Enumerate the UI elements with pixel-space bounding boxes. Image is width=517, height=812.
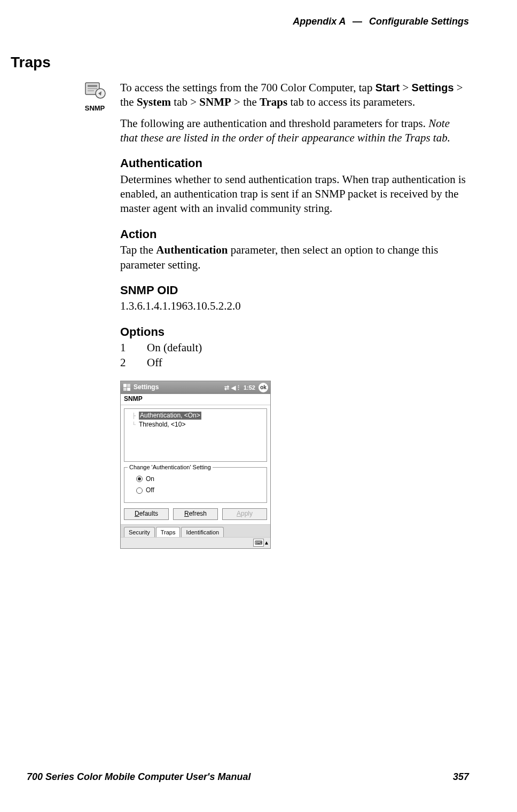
header-separator: — bbox=[348, 16, 366, 27]
authentication-body: Determines whether to send authenticatio… bbox=[120, 172, 469, 216]
tree-connector-icon: ├ bbox=[132, 412, 137, 419]
group-legend: Change 'Authentication' Setting bbox=[128, 463, 213, 471]
tab-traps[interactable]: Traps bbox=[156, 527, 181, 537]
svg-rect-5 bbox=[123, 384, 127, 387]
header-section: Configurable Settings bbox=[369, 16, 469, 27]
apply-button: Apply bbox=[222, 508, 267, 520]
radio-off-label: Off bbox=[146, 486, 154, 495]
tree-item-threshold[interactable]: └ Threshold, <10> bbox=[127, 420, 264, 430]
header-appendix: Appendix A bbox=[293, 16, 346, 27]
option-text: Off bbox=[147, 356, 162, 370]
intro-paragraph-2: The following are authentication and thr… bbox=[120, 116, 469, 146]
device-screenshot: Settings ⇄ ◀⋮ 1:52 ok SNMP ├ Authenticat… bbox=[120, 381, 271, 549]
svg-rect-8 bbox=[127, 388, 130, 391]
snmp-app-icon: SNMP bbox=[80, 81, 109, 112]
device-tabs: Security Traps Identification bbox=[121, 524, 270, 537]
change-setting-group: Change 'Authentication' Setting On Off bbox=[124, 467, 267, 503]
page-footer: 700 Series Color Mobile Computer User's … bbox=[27, 771, 469, 783]
snmp-icon-label: SNMP bbox=[80, 104, 109, 112]
action-body: Tap the Authentication parameter, then s… bbox=[120, 243, 469, 272]
heading-action: Action bbox=[120, 227, 469, 242]
option-row-2: 2 Off bbox=[120, 356, 469, 370]
connectivity-icon[interactable]: ⇄ bbox=[224, 384, 229, 391]
tree-item-authentication[interactable]: ├ Authentication, <On> bbox=[127, 411, 264, 421]
path-snmp: SNMP bbox=[199, 96, 231, 108]
path-system: System bbox=[137, 96, 171, 108]
clock-time: 1:52 bbox=[244, 384, 255, 391]
heading-snmp-oid: SNMP OID bbox=[120, 283, 469, 298]
svg-rect-7 bbox=[123, 388, 127, 391]
path-start: Start bbox=[375, 82, 400, 93]
tab-security[interactable]: Security bbox=[124, 527, 155, 537]
device-titlebar: Settings ⇄ ◀⋮ 1:52 ok bbox=[121, 381, 270, 394]
intro-paragraph-1: To access the settings from the 700 Colo… bbox=[120, 81, 469, 110]
action-bold-authentication: Authentication bbox=[156, 243, 228, 256]
refresh-button[interactable]: Refresh bbox=[173, 508, 218, 520]
svg-rect-3 bbox=[88, 90, 94, 91]
footer-manual-title: 700 Series Color Mobile Computer User's … bbox=[27, 771, 250, 783]
snmp-icon bbox=[84, 81, 106, 100]
svg-rect-1 bbox=[88, 85, 97, 87]
svg-rect-2 bbox=[88, 88, 97, 89]
radio-off-row[interactable]: Off bbox=[136, 486, 262, 495]
tab-identification[interactable]: Identification bbox=[181, 527, 224, 537]
tree-connector-icon: └ bbox=[132, 421, 137, 428]
option-row-1: 1 On (default) bbox=[120, 341, 469, 355]
device-app-title: SNMP bbox=[121, 394, 270, 405]
defaults-button[interactable]: Defaults bbox=[124, 508, 169, 520]
sip-up-icon[interactable]: ▴ bbox=[265, 539, 268, 547]
tree-item-label: Threshold, <10> bbox=[139, 421, 185, 429]
path-traps: Traps bbox=[260, 96, 287, 108]
heading-authentication: Authentication bbox=[120, 156, 469, 171]
radio-on-label: On bbox=[146, 475, 154, 484]
option-text: On (default) bbox=[147, 341, 202, 355]
radio-off[interactable] bbox=[136, 487, 143, 494]
start-flag-icon[interactable] bbox=[123, 383, 131, 392]
device-title: Settings bbox=[134, 383, 159, 392]
footer-page-number: 357 bbox=[453, 771, 469, 783]
radio-on-row[interactable]: On bbox=[136, 475, 262, 484]
option-num: 2 bbox=[120, 356, 131, 370]
keyboard-icon[interactable]: ⌨ bbox=[253, 539, 264, 547]
tree-item-label: Authentication, <On> bbox=[139, 412, 201, 420]
snmp-oid-value: 1.3.6.1.4.1.1963.10.5.2.2.0 bbox=[120, 299, 469, 313]
option-num: 1 bbox=[120, 341, 131, 355]
path-settings: Settings bbox=[412, 82, 454, 93]
svg-rect-6 bbox=[127, 384, 130, 387]
page-header: Appendix A — Configurable Settings bbox=[27, 16, 469, 27]
ok-button[interactable]: ok bbox=[258, 383, 268, 392]
heading-options: Options bbox=[120, 325, 469, 340]
section-title: Traps bbox=[11, 54, 469, 71]
tree-view[interactable]: ├ Authentication, <On> └ Threshold, <10> bbox=[124, 408, 267, 462]
radio-on[interactable] bbox=[136, 476, 143, 482]
volume-icon[interactable]: ◀⋮ bbox=[231, 384, 241, 391]
